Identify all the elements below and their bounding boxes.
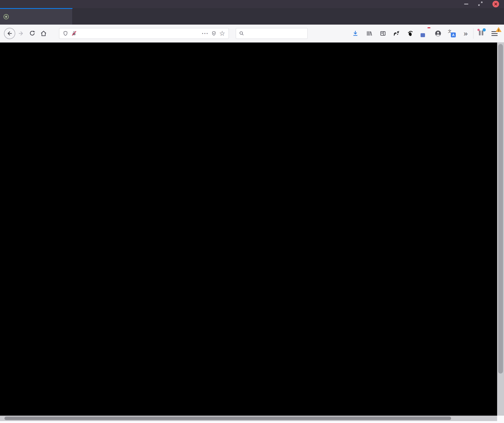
page-actions-icon[interactable]: ⋯: [202, 30, 208, 37]
extension-gift-button[interactable]: [477, 29, 485, 38]
close-icon: ✕: [494, 2, 498, 6]
forward-icon: [18, 30, 24, 37]
download-icon: [352, 30, 359, 37]
downloads-button[interactable]: [351, 29, 360, 38]
reload-icon: [29, 30, 35, 37]
new-badge: [427, 27, 430, 28]
tab-share-button[interactable]: [393, 29, 401, 38]
forward-button[interactable]: [15, 28, 27, 39]
url-bar[interactable]: ⋯ ☆: [59, 28, 229, 39]
tab-glances[interactable]: [0, 8, 73, 25]
scrollbar-corner: [497, 416, 504, 423]
library-button[interactable]: [365, 29, 373, 38]
sidebar-icon: [380, 30, 386, 37]
pink-dot-icon: [477, 29, 480, 31]
search-icon: [239, 31, 244, 36]
gnome-extension-button[interactable]: [406, 29, 415, 38]
warning-exclamation: !: [498, 29, 499, 32]
tab-strip: [0, 8, 504, 25]
restore-button[interactable]: [478, 1, 483, 7]
new-extension-button[interactable]: [420, 29, 428, 38]
glances-page: [0, 43, 504, 423]
account-button[interactable]: [434, 29, 442, 38]
gift-icon: [478, 30, 484, 36]
library-icon: [366, 30, 372, 37]
vertical-scrollbar[interactable]: [497, 43, 504, 416]
back-button[interactable]: [4, 28, 15, 39]
translate-icon: 文 A: [448, 30, 456, 37]
close-button[interactable]: ✕: [492, 1, 499, 7]
minimize-button[interactable]: [464, 4, 468, 4]
account-icon: [435, 30, 441, 37]
sidebar-button[interactable]: [379, 29, 387, 38]
horizontal-scrollbar[interactable]: [0, 416, 497, 421]
permissions-shield-icon[interactable]: [63, 31, 68, 36]
home-icon: [40, 30, 47, 37]
navigation-toolbar: ⋯ ☆: [0, 25, 504, 43]
verified-shield-icon[interactable]: [211, 31, 216, 36]
restore-icon: [478, 1, 483, 6]
back-icon: [6, 30, 13, 37]
overflow-button[interactable]: »: [461, 29, 470, 38]
horizontal-scrollbar-thumb[interactable]: [4, 417, 451, 420]
bottom-strip: [0, 421, 497, 423]
menu-button[interactable]: !: [490, 29, 499, 38]
reload-button[interactable]: [27, 28, 38, 39]
bookmark-star-icon[interactable]: ☆: [219, 30, 225, 37]
blue-dot-icon: [483, 28, 486, 31]
glances-favicon-icon: [3, 14, 9, 19]
translate-button[interactable]: 文 A: [448, 29, 456, 38]
home-button[interactable]: [38, 28, 49, 39]
toolbar-icons: 文 A »: [351, 29, 470, 38]
insecure-lock-icon[interactable]: [71, 30, 77, 36]
window-controls: ✕: [464, 0, 499, 8]
vertical-scrollbar-thumb[interactable]: [498, 44, 503, 374]
broadcast-icon: [393, 30, 400, 37]
chevron-double-icon: »: [464, 30, 468, 37]
window-titlebar[interactable]: ✕: [0, 0, 504, 8]
extension-base-icon: [421, 33, 425, 37]
lock-glyph: [71, 30, 77, 36]
search-bar[interactable]: [236, 28, 308, 39]
toolbar-separator: [473, 28, 473, 39]
gnome-foot-icon: [407, 30, 414, 37]
